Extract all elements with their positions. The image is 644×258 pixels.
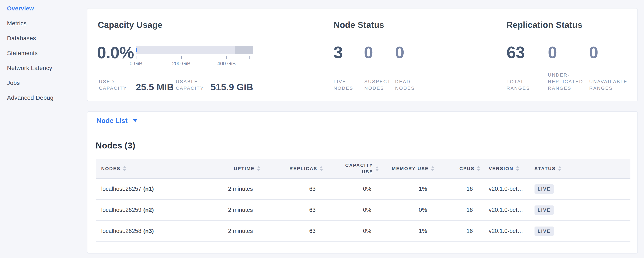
capacity-gauge-ticks xyxy=(136,56,253,59)
node-address: localhost:26258 xyxy=(101,228,141,234)
node-address-cell: localhost:26257 (n1) xyxy=(96,179,210,199)
memory-use-cell: 1% xyxy=(381,221,437,241)
column-header-memory-use[interactable]: MEMORY USE xyxy=(381,159,437,178)
cluster-summary-card: Capacity Usage Node Status Replication S… xyxy=(87,8,638,101)
node-address-cell: localhost:26258 (n3) xyxy=(96,221,210,241)
node-list-dropdown[interactable]: Node List xyxy=(88,112,638,130)
capacity-use-cell: 0% xyxy=(325,221,381,241)
capacity-use-cell: 0% xyxy=(325,200,381,220)
column-header-replicas[interactable]: REPLICAS xyxy=(263,159,326,178)
capacity-gauge-track xyxy=(136,46,253,54)
replicas-cell: 63 xyxy=(263,179,326,199)
uptime-cell: 2 minutes xyxy=(210,221,263,241)
suspect-nodes-label: SUSPECT NODES xyxy=(364,78,395,91)
sidebar-item-statements[interactable]: Statements xyxy=(7,50,87,56)
dead-nodes-label: DEAD NODES xyxy=(395,78,426,91)
column-header-status[interactable]: STATUS xyxy=(529,159,630,178)
sidebar-item-jobs[interactable]: Jobs xyxy=(7,80,87,86)
memory-use-cell: 0% xyxy=(381,200,437,220)
suspect-nodes-count: 0 xyxy=(364,44,373,61)
unavailable-ranges-label: UNAVAILABLE RANGES xyxy=(589,78,631,91)
version-cell: v20.1.0-bet… xyxy=(482,221,529,241)
status-cell: LIVE xyxy=(529,221,630,241)
node-table-row[interactable]: localhost:26257 (n1) 2 minutes 63 0% 1% … xyxy=(96,179,630,200)
replication-status-title: Replication Status xyxy=(506,20,582,30)
column-header-status-label: STATUS xyxy=(534,166,556,171)
status-cell: LIVE xyxy=(529,179,630,199)
used-capacity-label: USED CAPACITY xyxy=(99,78,131,91)
status-badge: LIVE xyxy=(534,226,554,236)
column-header-replicas-label: REPLICAS xyxy=(290,166,317,171)
node-address-cell: localhost:26259 (n2) xyxy=(96,200,210,220)
node-list-dropdown-label[interactable]: Node List xyxy=(96,117,128,125)
uptime-cell: 2 minutes xyxy=(210,179,263,199)
sidebar-item-metrics[interactable]: Metrics xyxy=(7,21,87,26)
unavailable-ranges-count: 0 xyxy=(589,44,598,61)
cpus-cell: 16 xyxy=(437,200,482,220)
capacity-usage-title: Capacity Usage xyxy=(98,20,162,30)
node-table-row[interactable]: localhost:26258 (n3) 2 minutes 63 0% 1% … xyxy=(96,221,630,242)
column-header-capacity-use-label: CAPACITY USE xyxy=(343,162,373,175)
under-replicated-ranges-count: 0 xyxy=(548,44,557,61)
chevron-down-icon xyxy=(133,119,137,122)
sort-arrows-icon xyxy=(477,166,480,171)
axis-label-0gib: 0 GiB xyxy=(130,61,142,67)
column-header-nodes[interactable]: NODES xyxy=(96,159,210,178)
node-id: (n3) xyxy=(143,228,154,234)
capacity-stats: USED CAPACITY 25.5 MiB USABLE CAPACITY 5… xyxy=(99,78,253,91)
sort-arrows-icon xyxy=(376,166,378,171)
node-table-row[interactable]: localhost:26259 (n2) 2 minutes 63 0% 0% … xyxy=(96,200,630,221)
dead-nodes-count: 0 xyxy=(395,44,404,61)
usable-capacity-value: 515.9 GiB xyxy=(211,83,253,91)
replication-status-labels: TOTAL RANGES UNDER-REPLICATED RANGES UNA… xyxy=(506,72,631,91)
axis-label-200gib: 200 GiB xyxy=(172,61,190,67)
column-header-nodes-label: NODES xyxy=(101,166,120,171)
column-header-capacity-use[interactable]: CAPACITY USE xyxy=(325,159,381,178)
sort-arrows-icon xyxy=(257,166,260,171)
version-cell: v20.1.0-bet… xyxy=(482,179,529,199)
status-cell: LIVE xyxy=(529,200,630,220)
capacity-gauge: 0 GiB 200 GiB 400 GiB xyxy=(136,46,253,67)
cpus-cell: 16 xyxy=(437,221,482,241)
total-ranges-label: TOTAL RANGES xyxy=(506,78,548,91)
sidebar-item-overview[interactable]: Overview xyxy=(7,6,87,12)
under-replicated-ranges-label: UNDER-REPLICATED RANGES xyxy=(548,72,589,91)
status-badge: LIVE xyxy=(534,184,554,194)
axis-label-400gib: 400 GiB xyxy=(217,61,236,67)
node-status-labels: LIVE NODES SUSPECT NODES DEAD NODES xyxy=(334,72,426,91)
column-header-uptime-label: UPTIME xyxy=(234,166,255,171)
replicas-cell: 63 xyxy=(263,221,326,241)
live-nodes-count: 3 xyxy=(334,44,343,61)
node-address: localhost:26259 xyxy=(101,207,141,213)
live-nodes-label: LIVE NODES xyxy=(334,78,364,91)
sidebar-nav: Overview Metrics Databases Statements Ne… xyxy=(0,0,87,258)
total-ranges-count: 63 xyxy=(506,44,525,61)
node-id: (n1) xyxy=(143,186,154,192)
column-header-version-label: VERSION xyxy=(489,166,514,171)
capacity-used-percent: 0.0% xyxy=(97,44,134,61)
cockroachdb-admin-overview-page: { "sidebar": { "items": [ { "label": "Ov… xyxy=(0,0,644,258)
node-id: (n2) xyxy=(143,207,154,213)
sidebar-item-databases[interactable]: Databases xyxy=(7,35,87,41)
node-address: localhost:26257 xyxy=(101,186,141,192)
column-header-memory-use-label: MEMORY USE xyxy=(392,166,429,171)
capacity-gauge-axis-labels: 0 GiB 200 GiB 400 GiB xyxy=(136,61,253,67)
nodes-count-heading: Nodes (3) xyxy=(96,141,638,150)
status-badge: LIVE xyxy=(534,205,554,215)
node-status-title: Node Status xyxy=(334,20,384,30)
capacity-gauge-used-marker xyxy=(136,48,137,52)
column-header-cpus[interactable]: CPUS xyxy=(437,159,482,178)
column-header-cpus-label: CPUS xyxy=(460,166,474,171)
sort-arrows-icon xyxy=(558,166,561,171)
column-header-version[interactable]: VERSION xyxy=(482,159,529,178)
sort-arrows-icon xyxy=(516,166,519,171)
memory-use-cell: 1% xyxy=(381,179,437,199)
used-capacity-value: 25.5 MiB xyxy=(136,83,174,91)
column-header-uptime[interactable]: UPTIME xyxy=(210,159,263,178)
sort-arrows-icon xyxy=(123,166,126,171)
sidebar-item-network-latency[interactable]: Network Latency xyxy=(7,65,87,71)
sidebar-item-advanced-debug[interactable]: Advanced Debug xyxy=(7,95,87,101)
sort-arrows-icon xyxy=(320,166,323,171)
replicas-cell: 63 xyxy=(263,200,326,220)
capacity-use-cell: 0% xyxy=(325,179,381,199)
